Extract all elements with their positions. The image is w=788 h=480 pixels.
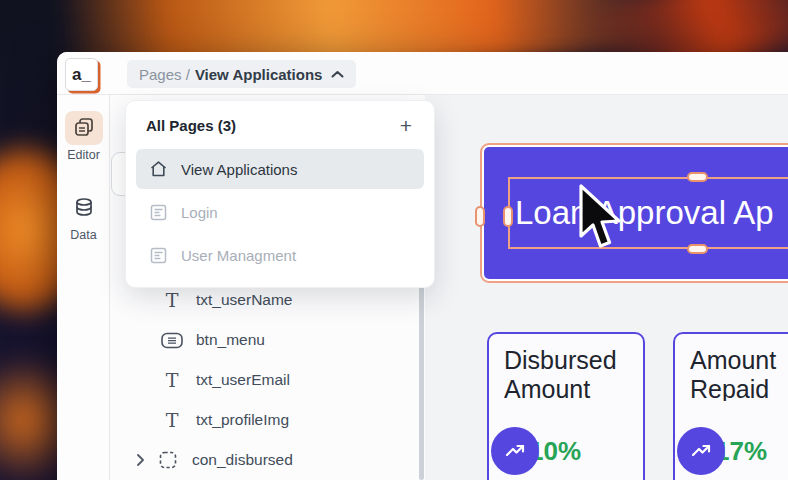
container-widget-icon xyxy=(156,450,180,470)
pages-dropdown-header: All Pages (3) + xyxy=(136,113,424,146)
card-disbursed-amount[interactable]: Disbursed Amount 10% xyxy=(487,332,645,480)
resize-handle-outer-left[interactable] xyxy=(475,206,485,227)
pages-dropdown: All Pages (3) + View Applications xyxy=(125,100,435,288)
breadcrumb[interactable]: Pages / View Applications xyxy=(127,60,356,88)
page-icon xyxy=(148,204,168,221)
text-widget-icon: T xyxy=(160,411,184,430)
banner-title-text: Loan Approval Ap xyxy=(510,194,774,232)
widget-tree: T txt_userName btn_menu T xyxy=(110,280,417,480)
app-titlebar: a_ Pages / View Applications xyxy=(57,52,788,95)
database-icon xyxy=(65,191,103,225)
tree-item-txt-useremail[interactable]: T txt_userEmail xyxy=(110,360,417,400)
resize-handle-inner-left[interactable] xyxy=(503,206,513,227)
breadcrumb-prefix: Pages / xyxy=(139,66,190,83)
tree-item-txt-profileimg[interactable]: T txt_profileImg xyxy=(110,400,417,440)
app-canvas: Loan Approval Ap Disbursed Amount xyxy=(425,95,788,480)
home-icon xyxy=(148,160,168,178)
tree-item-label: txt_profileImg xyxy=(196,411,289,429)
rail-item-data[interactable]: Data xyxy=(57,191,110,242)
tree-item-con-disbursed[interactable]: con_disbursed xyxy=(110,440,417,480)
screen: a_ Pages / View Applications xyxy=(0,0,788,480)
app-window: a_ Pages / View Applications xyxy=(57,52,788,480)
trending-up-icon xyxy=(491,427,539,475)
page-item-login[interactable]: Login xyxy=(136,192,424,232)
chevron-up-icon xyxy=(331,70,344,79)
tree-item-label: txt_userEmail xyxy=(196,371,290,389)
card-title: Amount Repaid xyxy=(690,346,788,401)
pages-dropdown-title: All Pages (3) xyxy=(146,117,236,134)
rail-item-editor[interactable]: Editor xyxy=(57,111,110,162)
rail-item-editor-label: Editor xyxy=(57,148,110,162)
text-widget-icon: T xyxy=(160,291,184,310)
card-stat: 17% xyxy=(677,427,767,475)
resize-handle-inner-bottom[interactable] xyxy=(687,244,708,254)
page-icon xyxy=(148,247,168,264)
app-logo[interactable]: a_ xyxy=(65,58,98,91)
explorer-scrollbar[interactable] xyxy=(419,277,424,480)
tree-item-label: txt_userName xyxy=(196,291,292,309)
page-item-label: View Applications xyxy=(181,161,297,178)
breadcrumb-current: View Applications xyxy=(195,66,323,83)
page-item-label: Login xyxy=(181,204,218,221)
add-page-button[interactable]: + xyxy=(398,115,414,136)
app-logo-text: a_ xyxy=(72,65,91,85)
page-item-user-managment[interactable]: User Managment xyxy=(136,235,424,275)
banner-text-widget-selection[interactable]: Loan Approval Ap xyxy=(508,177,788,249)
card-title: Disbursed Amount xyxy=(504,346,628,401)
editor-pages-icon xyxy=(65,111,103,145)
tree-item-label: con_disbursed xyxy=(192,451,293,469)
text-widget-icon: T xyxy=(160,371,184,390)
expand-chevron-icon[interactable] xyxy=(136,453,145,467)
rail-item-data-label: Data xyxy=(57,228,110,242)
tree-item-btn-menu[interactable]: btn_menu xyxy=(110,320,417,360)
page-item-label: User Managment xyxy=(181,247,296,264)
trending-up-icon xyxy=(677,427,725,475)
page-item-view-applications[interactable]: View Applications xyxy=(136,149,424,189)
left-rail: Editor Data xyxy=(57,95,110,480)
button-widget-icon xyxy=(160,332,184,349)
card-stat: 10% xyxy=(491,427,581,475)
resize-handle-inner-top[interactable] xyxy=(687,172,708,182)
card-amount-repaid[interactable]: Amount Repaid 17% xyxy=(673,332,788,480)
tree-item-label: btn_menu xyxy=(196,331,265,349)
